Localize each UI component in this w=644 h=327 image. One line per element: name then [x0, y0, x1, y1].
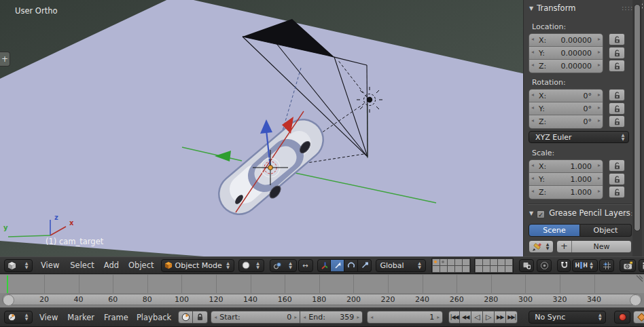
- gp-new-layer-button[interactable]: + New: [556, 240, 632, 253]
- start-frame-field[interactable]: ◂Start:0▸: [211, 311, 300, 324]
- lock-to-scene-toggle[interactable]: [519, 259, 534, 272]
- menu-object[interactable]: Object: [128, 261, 154, 270]
- panel-scrollbar[interactable]: [634, 4, 641, 231]
- location-y-field[interactable]: ◂Y:0.00000▸: [529, 47, 603, 60]
- layer-cell[interactable]: [498, 266, 505, 272]
- increment-arrow-icon[interactable]: ▸: [598, 188, 601, 194]
- increment-arrow-icon[interactable]: ▸: [357, 314, 359, 320]
- viewport-shading-dropdown[interactable]: ▲▼: [238, 259, 264, 272]
- decrement-arrow-icon[interactable]: ◂: [531, 49, 534, 55]
- pivot-point-dropdown[interactable]: ▲▼: [270, 259, 297, 272]
- layer-cell[interactable]: [455, 259, 462, 265]
- layer-cell[interactable]: [433, 266, 440, 272]
- lock-toggle[interactable]: [609, 47, 625, 59]
- increment-arrow-icon[interactable]: ▸: [598, 62, 601, 68]
- decrement-arrow-icon[interactable]: ◂: [531, 175, 534, 181]
- draw-mode-button[interactable]: ▲▼: [529, 240, 554, 253]
- timeline-header[interactable]: ▲▼ View Marker Frame Playback ◂Start:0▸ …: [0, 307, 644, 327]
- menu-select[interactable]: Select: [70, 261, 94, 270]
- toolshelf-expand-tab[interactable]: +: [0, 52, 10, 66]
- previous-keyframe-button[interactable]: ◀◀: [460, 311, 471, 324]
- rotate-manipulator-toggle[interactable]: [344, 259, 358, 272]
- current-frame-field[interactable]: ◂1▸: [367, 311, 443, 324]
- lock-toggle[interactable]: [609, 159, 625, 172]
- menu-marker[interactable]: Marker: [67, 313, 94, 322]
- play-reverse-button[interactable]: ◁: [471, 311, 483, 324]
- snap-toggle[interactable]: [557, 259, 571, 272]
- scale-x-field[interactable]: ◂X:1.000▸: [529, 160, 603, 173]
- decrement-arrow-icon[interactable]: ◂: [531, 92, 534, 98]
- gp-source-scene-tab[interactable]: Scene: [529, 224, 580, 237]
- layer-cell[interactable]: [448, 259, 454, 265]
- panel-drag-dots[interactable]: ::::: [622, 210, 633, 217]
- lock-toggle[interactable]: [609, 115, 625, 128]
- keying-set-button[interactable]: [633, 311, 644, 324]
- layer-cell[interactable]: [483, 266, 490, 272]
- translate-manipulator-toggle[interactable]: [331, 259, 344, 272]
- view3d-header[interactable]: ▲▼ View Select Add Object Object Mode ▲▼…: [0, 256, 644, 274]
- gp-source-object-tab[interactable]: Object: [580, 224, 632, 237]
- grease-pencil-checkbox[interactable]: ✓: [537, 210, 545, 218]
- layers-widget-right[interactable]: [474, 258, 514, 273]
- decrement-arrow-icon[interactable]: ◂: [531, 36, 534, 42]
- menu-add[interactable]: Add: [104, 261, 119, 270]
- scale-fields[interactable]: ◂X:1.000▸ ◂Y:1.000▸ ◂Z:1.000▸: [529, 159, 603, 199]
- rotation-z-field[interactable]: ◂Z:0°▸: [529, 115, 603, 128]
- layer-cell[interactable]: [505, 259, 512, 265]
- layer-cell[interactable]: [463, 259, 469, 265]
- layer-cell[interactable]: [440, 259, 447, 265]
- increment-arrow-icon[interactable]: ▸: [598, 49, 601, 55]
- layer-cell[interactable]: [448, 266, 454, 272]
- scale-manipulator-toggle[interactable]: [358, 259, 372, 272]
- decrement-arrow-icon[interactable]: ◂: [303, 314, 306, 320]
- timeline-scroll-area[interactable]: 2040608010012014016018020022024026028030…: [0, 293, 644, 307]
- rotation-y-field[interactable]: ◂Y:0°▸: [529, 102, 603, 115]
- layer-cell[interactable]: [455, 266, 462, 272]
- scale-z-field[interactable]: ◂Z:1.000▸: [529, 186, 603, 199]
- grease-pencil-panel-header[interactable]: ▼✓Grease Pencil Layers: [529, 208, 630, 218]
- increment-arrow-icon[interactable]: ▸: [598, 162, 601, 168]
- mode-dropdown[interactable]: Object Mode ▲▼: [161, 259, 234, 272]
- decrement-arrow-icon[interactable]: ◂: [531, 117, 534, 123]
- decrement-arrow-icon[interactable]: ◂: [531, 162, 534, 168]
- increment-arrow-icon[interactable]: ▸: [598, 92, 601, 98]
- layer-cell[interactable]: [490, 266, 497, 272]
- snap-element-dropdown[interactable]: HH▲▼: [572, 259, 598, 272]
- editor-type-dropdown[interactable]: ▲▼: [4, 311, 33, 324]
- layer-cell[interactable]: [476, 266, 482, 272]
- lock-toggle[interactable]: [609, 60, 625, 72]
- snap-target-button[interactable]: [599, 259, 614, 272]
- layer-cell[interactable]: [490, 259, 497, 265]
- jump-to-start-button[interactable]: |◀◀: [448, 311, 460, 324]
- editor-type-dropdown[interactable]: ▲▼: [4, 259, 33, 272]
- timeline-region[interactable]: 2040608010012014016018020022024026028030…: [0, 274, 644, 307]
- increment-arrow-icon[interactable]: ▸: [437, 314, 440, 320]
- opengl-render-anim-button[interactable]: [639, 259, 644, 272]
- lock-frame-range-toggle[interactable]: [193, 311, 208, 324]
- auto-keyframe-toggle[interactable]: [614, 311, 630, 324]
- menu-playback[interactable]: Playback: [137, 313, 171, 322]
- panel-drag-dots[interactable]: ::::: [622, 4, 633, 12]
- end-frame-field[interactable]: ◂End:359▸: [300, 311, 363, 324]
- lock-toggle[interactable]: [609, 102, 625, 115]
- decrement-arrow-icon[interactable]: ◂: [531, 62, 534, 68]
- jump-to-end-button[interactable]: ▶▶|: [506, 311, 518, 324]
- layer-cell-active[interactable]: [433, 259, 440, 265]
- menu-view[interactable]: View: [41, 261, 59, 270]
- manipulator-toggle[interactable]: [317, 259, 331, 272]
- increment-arrow-icon[interactable]: ▸: [598, 117, 601, 123]
- layer-cell[interactable]: [463, 266, 469, 272]
- layer-cell[interactable]: [483, 259, 490, 265]
- layer-cell[interactable]: [440, 266, 447, 272]
- resize-grip-icon[interactable]: [634, 275, 643, 284]
- lock-toggle[interactable]: [609, 33, 625, 45]
- decrement-arrow-icon[interactable]: ◂: [370, 314, 373, 320]
- layer-cell[interactable]: [505, 266, 512, 272]
- lock-toggle[interactable]: [609, 186, 625, 198]
- decrement-arrow-icon[interactable]: ◂: [531, 104, 534, 111]
- next-keyframe-button[interactable]: ▶▶: [495, 311, 506, 324]
- orientation-dropdown[interactable]: Global ▲▼: [376, 259, 426, 272]
- decrement-arrow-icon[interactable]: ◂: [531, 188, 534, 194]
- increment-arrow-icon[interactable]: ▸: [598, 36, 601, 42]
- lock-toggle[interactable]: [609, 89, 625, 101]
